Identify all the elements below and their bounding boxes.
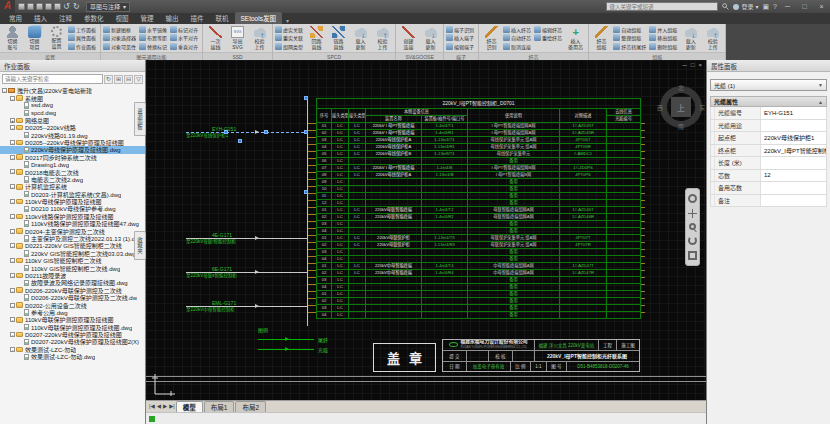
ribbon-button-载入更新[interactable]: 载入更新 [680, 25, 701, 51]
tree-toggle-icon[interactable]: - [10, 317, 15, 322]
tree-folder-item[interactable]: -D0206-220kV母联保护测控及二次线 [0, 287, 145, 294]
grip-handle[interactable] [224, 130, 228, 134]
tree-folder-item[interactable]: +网络总图 [0, 117, 145, 124]
workspace-switcher[interactable]: 草图与注释 ▾ [86, 2, 130, 12]
ribbon-tab-视图[interactable]: 视图 [110, 12, 135, 24]
grip-handle[interactable] [304, 130, 308, 134]
open-icon[interactable] [27, 3, 34, 10]
ribbon-button-新建图框[interactable]: 新建图框 [103, 25, 138, 34]
plot-icon[interactable] [54, 3, 61, 10]
cable-line[interactable] [186, 272, 307, 273]
property-value[interactable]: 220kV_I母PT智能控制柜 [761, 145, 826, 157]
property-value[interactable]: EYH-G151 [761, 107, 826, 119]
tree-toggle-icon[interactable]: - [2, 88, 7, 93]
property-value[interactable] [761, 195, 826, 207]
tree-folder-item[interactable]: -D0211故障录波 [0, 272, 145, 279]
ribbon-button-替换标记[interactable]: 替换标记 [139, 42, 169, 51]
tree-folder-item[interactable]: -D0218电能表二次线 [0, 168, 145, 175]
ribbon-button-校验上传[interactable]: 校验上传 [249, 25, 270, 51]
last-tab-icon[interactable]: ▶| [169, 401, 175, 412]
tree-folder-item[interactable]: -D0205--220kV母线保护原理及接线图 [0, 139, 145, 146]
cable-line[interactable] [186, 238, 307, 239]
tree-file-item[interactable]: D0203-计算机监控系统(文昌).dwg [0, 190, 145, 197]
tree-folder-item[interactable]: -110kV线路保护测控原理及接线图 [0, 213, 145, 220]
ribbon-options-icon[interactable]: ▾ [286, 17, 289, 24]
ribbon-button-虚实关联[interactable]: 虚实关联 [275, 25, 305, 34]
ribbon-button-配置设置[interactable]: 配置设置 [46, 25, 67, 50]
tree-folder-item[interactable]: -D0217同步时钟系统二次线 [0, 154, 145, 161]
tree-toggle-icon[interactable]: - [10, 347, 15, 352]
tree-toggle-icon[interactable]: - [10, 184, 15, 189]
search-icon[interactable] [722, 3, 729, 11]
collapse-all-icon[interactable]: ⊟ [124, 75, 133, 84]
tree-toggle-icon[interactable]: - [10, 214, 15, 219]
ribbon-button-切换账号[interactable]: 切换账号 [2, 25, 23, 51]
tree-toggle-icon[interactable]: - [10, 96, 15, 101]
fiber-connection-table[interactable]: 220kV_I母PT智能控制柜_D0701序号接头类型接头类型本侧设备信息使用说… [316, 98, 641, 319]
layout-tab-模型[interactable]: 模型 [176, 401, 203, 412]
property-section-header[interactable]: 光缆属性 ▲ [710, 96, 827, 107]
tree-folder-item[interactable]: -潍升(文昌)220kV变电站新建 [0, 87, 145, 94]
ucs-icon[interactable] [150, 370, 176, 396]
tree-folder-item[interactable]: -110kV母线保护原理及接线图 [0, 198, 145, 205]
tree-file-item[interactable]: 110kV线路保护测控原理及接线图47.dwg [0, 220, 145, 227]
ribbon-tab-插件[interactable]: 插件 [185, 12, 210, 24]
tree-folder-item[interactable]: -110kV母联保护测控原理及接线图 [0, 316, 145, 323]
ribbon-button-布置等距[interactable]: 布置等距 [139, 34, 169, 43]
cable-line[interactable] [186, 132, 307, 133]
ribbon-button-纤芯识别[interactable]: 纤芯识别 [481, 25, 502, 51]
orbit-icon[interactable] [688, 236, 697, 245]
first-tab-icon[interactable]: |◀ [149, 401, 155, 412]
property-value[interactable] [761, 182, 826, 194]
filter-icon[interactable]: ▽ [134, 75, 143, 84]
help-icon[interactable]: ? [773, 3, 777, 10]
save-icon[interactable] [36, 3, 43, 10]
ribbon-button-水平对齐[interactable]: 水平对齐 [170, 34, 200, 43]
ribbon-button-作业面板[interactable]: 作业面板 [68, 42, 98, 51]
tree-file-item[interactable]: 220kV线路01.19.dwg [0, 131, 145, 138]
ribbon-button-标记对齐[interactable]: 标记对齐 [170, 25, 200, 34]
signin-button[interactable]: 登录 ▾ [733, 2, 758, 11]
ribbon-button-重绘纤芯[interactable]: 重绘纤芯 [534, 34, 564, 43]
layout-tab-布局1[interactable]: 布局1 [204, 401, 235, 412]
ribbon-button-对象选择器[interactable]: 对象选择器 [103, 34, 138, 43]
properties-panel-header[interactable]: 属性面板 [707, 60, 830, 72]
tree-folder-item[interactable]: -计算机监控系统 [0, 183, 145, 190]
tree-toggle-icon[interactable]: - [10, 155, 15, 160]
tree-toggle-icon[interactable]: - [10, 169, 15, 174]
tree-file-item[interactable]: D0206-220kV母联保护测控及二次线.dw [0, 294, 145, 301]
ribbon-button-编辑端子[interactable]: 编辑端子 [446, 42, 476, 51]
saveas-icon[interactable] [45, 3, 52, 10]
a360-icon[interactable]: ▣ [762, 3, 769, 11]
pan-icon[interactable] [688, 209, 697, 218]
ribbon-button-编辑纤芯[interactable]: 编辑纤芯 [534, 25, 564, 34]
tree-folder-item[interactable]: -110kV GIS智能控制柜二次线 [0, 257, 145, 264]
next-tab-icon[interactable]: ▶ [163, 401, 167, 412]
ribbon-tab-输出[interactable]: 输出 [160, 12, 185, 24]
grip-handle[interactable] [304, 190, 308, 194]
tree-toggle-icon[interactable]: - [10, 243, 15, 248]
tree-folder-item[interactable]: -系统图 [0, 94, 145, 101]
task-panel-header[interactable]: 作业面板 [0, 60, 145, 72]
maximize-button[interactable]: □ [798, 1, 811, 13]
ribbon-tab-SEtools发图[interactable]: SEtools发图 [235, 12, 282, 24]
zoom-icon[interactable] [689, 223, 696, 230]
tree-file-item[interactable]: 参考公用.dwg [0, 309, 145, 316]
undo-icon[interactable]: ↺ [63, 3, 71, 10]
minimize-button[interactable]: ─ [781, 1, 794, 13]
tree-toggle-icon[interactable]: - [10, 332, 15, 337]
ribbon-button-切换项目[interactable]: 切换项目 [24, 25, 45, 51]
grip-handle[interactable] [304, 96, 308, 100]
ribbon-tab-插入[interactable]: 插入 [28, 12, 53, 24]
tree-toggle-icon[interactable]: - [10, 258, 15, 263]
tree-file-item[interactable]: 220kV GIS智能控制柜二次线03.03.dwg [0, 250, 145, 257]
ribbon-tab-注释[interactable]: 注释 [53, 12, 78, 24]
help-search-input[interactable] [606, 2, 718, 11]
side-tab-favorites[interactable]: 收藏夹 [134, 231, 146, 260]
tree-file-item[interactable]: D0207-220kV母线保护原理及接线图2(X) [0, 338, 145, 345]
ribbon-button-组网类型[interactable]: 组网类型 [275, 42, 305, 51]
layout-tab-布局2[interactable]: 布局2 [235, 401, 266, 412]
ribbon-button-载入更新[interactable]: 载入更新 [420, 25, 441, 51]
view-compass[interactable]: 上 北 东 南 西 [658, 84, 704, 130]
tree-toggle-icon[interactable]: - [10, 199, 15, 204]
